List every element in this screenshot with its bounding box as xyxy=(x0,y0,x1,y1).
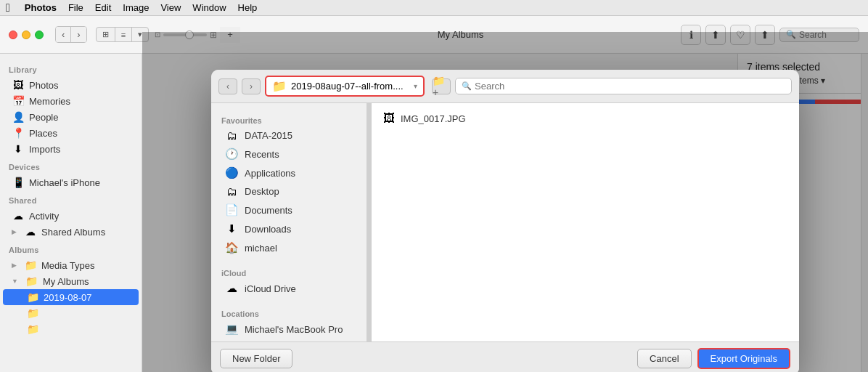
dialog-item-label: DATA-2015 xyxy=(245,130,292,141)
dialog-item-michael[interactable]: 🏠 michael xyxy=(214,238,364,257)
dialog-main-content: 🖼 IMG_0017.JPG xyxy=(372,103,799,341)
menu-help[interactable]: Help xyxy=(238,2,258,13)
data2015-icon: 🗂 xyxy=(224,129,239,142)
sidebar-item-album3[interactable]: 📁 xyxy=(3,321,139,337)
sidebar-albums-header: Albums xyxy=(0,240,142,257)
dialog-item-icloud-drive[interactable]: ☁ iCloud Drive xyxy=(214,279,364,298)
favourites-section: Favourites 🗂 DATA-2015 🕐 Recents 🔵 xyxy=(211,109,367,262)
downloads-icon: ⬇ xyxy=(224,222,239,235)
dialog-item-label: Desktop xyxy=(245,186,279,197)
dialog-item-label: Applications xyxy=(245,168,295,179)
view-list-button[interactable]: ≡ xyxy=(115,28,131,41)
sidebar-item-label: Shared Albums xyxy=(41,227,105,238)
dialog-item-label: iCloud Drive xyxy=(245,283,296,294)
menu-view[interactable]: View xyxy=(160,2,181,13)
main-window: ‹ › ⊞ ≡ ▾ ⊡ ⊞ + My Albums ℹ ⬆ ♡ ⬆ xyxy=(0,16,868,372)
forward-button[interactable]: › xyxy=(71,27,86,42)
sidebar-item-label: 2019-08-07 xyxy=(44,292,92,303)
dialog-item-recents[interactable]: 🕐 Recents xyxy=(214,145,364,163)
file-row-img0017[interactable]: 🖼 IMG_0017.JPG xyxy=(377,109,793,128)
dialog-item-data2015[interactable]: 🗂 DATA-2015 xyxy=(214,126,364,145)
locations-section: Locations 💻 Michael's MacBook Pro 💾 250G… xyxy=(211,302,367,341)
view-grid-button[interactable]: ⊞ xyxy=(97,28,115,41)
sidebar-item-memories[interactable]: 📅 Memories xyxy=(3,93,139,109)
dialog-back-button[interactable]: ‹ xyxy=(218,78,237,94)
dialog-overlay: ‹ › 📁 2019-08aug-07--all-from.... ▾ 📁+ 🔍 xyxy=(142,54,868,372)
new-folder-button[interactable]: New Folder xyxy=(220,349,292,368)
memories-icon: 📅 xyxy=(12,95,25,107)
traffic-lights xyxy=(9,31,44,39)
cancel-button[interactable]: Cancel xyxy=(637,349,691,368)
dialog-item-applications[interactable]: 🔵 Applications xyxy=(214,163,364,182)
expand-arrow-icon: ▶ xyxy=(12,228,17,235)
location-folder-icon: 📁 xyxy=(272,79,287,93)
sidebar-item-label: Memories xyxy=(29,96,70,107)
sidebar-item-people[interactable]: 👤 People xyxy=(3,109,139,125)
people-icon: 👤 xyxy=(12,111,25,123)
dialog-item-label: Michael's MacBook Pro xyxy=(245,324,343,335)
sidebar-item-media-types[interactable]: ▶ 📁 Media Types xyxy=(3,257,139,273)
dialog-sidebar: Favourites 🗂 DATA-2015 🕐 Recents 🔵 xyxy=(211,103,367,341)
sidebar-item-label: Imports xyxy=(29,144,60,155)
back-button[interactable]: ‹ xyxy=(56,27,71,42)
dialog-new-folder-icon-button[interactable]: 📁+ xyxy=(432,78,451,94)
dialog-forward-button[interactable]: › xyxy=(242,78,261,94)
sidebar-item-activity[interactable]: ☁ Activity xyxy=(3,208,139,224)
sidebar-item-label: Photos xyxy=(29,80,58,91)
close-button[interactable] xyxy=(9,31,17,39)
location-chevron-icon: ▾ xyxy=(414,82,417,90)
view-mode-buttons: ⊞ ≡ ▾ xyxy=(96,27,149,42)
macbook-icon: 💻 xyxy=(224,323,239,336)
dialog-location-bar[interactable]: 📁 2019-08aug-07--all-from.... ▾ xyxy=(265,76,425,97)
dialog-search-icon: 🔍 xyxy=(462,81,472,91)
export-dialog: ‹ › 📁 2019-08aug-07--all-from.... ▾ 📁+ 🔍 xyxy=(211,70,799,372)
menu-edit[interactable]: Edit xyxy=(95,2,111,13)
menu-file[interactable]: File xyxy=(68,2,83,13)
dialog-search-box[interactable]: 🔍 xyxy=(455,78,792,94)
places-icon: 📍 xyxy=(12,127,25,139)
icloud-drive-icon: ☁ xyxy=(224,282,239,295)
dialog-item-documents[interactable]: 📄 Documents xyxy=(214,201,364,219)
back-forward-nav: ‹ › xyxy=(55,26,87,43)
dialog-search-input[interactable] xyxy=(475,81,785,92)
sidebar-item-places[interactable]: 📍 Places xyxy=(3,125,139,141)
sidebar-item-iphone[interactable]: 📱 Michael's iPhone xyxy=(3,174,139,190)
michael-home-icon: 🏠 xyxy=(224,241,239,254)
file-image-icon: 🖼 xyxy=(383,112,395,125)
dialog-item-desktop[interactable]: 🗂 Desktop xyxy=(214,182,364,201)
sidebar-devices-header: Devices xyxy=(0,157,142,174)
dialog-item-label: Recents xyxy=(245,149,279,160)
minimize-button[interactable] xyxy=(22,31,30,39)
dialog-item-downloads[interactable]: ⬇ Downloads xyxy=(214,219,364,238)
dialog-toolbar: ‹ › 📁 2019-08aug-07--all-from.... ▾ 📁+ 🔍 xyxy=(211,70,799,103)
iphone-icon: 📱 xyxy=(12,177,25,188)
sidebar-item-album2[interactable]: 📁 xyxy=(3,305,139,321)
dialog-item-label: Downloads xyxy=(245,224,291,235)
favourites-header: Favourites xyxy=(211,113,367,126)
sidebar-item-photos[interactable]: 🖼 Photos xyxy=(3,77,139,93)
icloud-header: iCloud xyxy=(211,266,367,279)
sidebar-item-label: People xyxy=(29,112,58,123)
dialog-item-macbook[interactable]: 💻 Michael's MacBook Pro xyxy=(214,320,364,339)
apple-menu-icon[interactable]:  xyxy=(6,1,10,15)
my-albums-icon: 📁 xyxy=(25,275,38,287)
zoom-button[interactable] xyxy=(35,31,44,39)
app-name[interactable]: Photos xyxy=(25,2,57,13)
menu-window[interactable]: Window xyxy=(192,2,226,13)
expand-arrow-icon: ▶ xyxy=(12,262,17,269)
main-content: Library 🖼 Photos 📅 Memories 👤 People 📍 P… xyxy=(0,54,868,372)
dialog-body: Favourites 🗂 DATA-2015 🕐 Recents 🔵 xyxy=(211,103,799,341)
desktop-icon: 🗂 xyxy=(224,185,239,198)
sidebar-item-label: My Albums xyxy=(43,276,89,287)
dialog-item-label: michael xyxy=(245,243,277,254)
export-originals-button[interactable]: Export Originals xyxy=(697,348,790,369)
sidebar-item-2019-album[interactable]: 📁 2019-08-07 xyxy=(3,289,139,305)
menu-image[interactable]: Image xyxy=(123,2,149,13)
sidebar-item-imports[interactable]: ⬇ Imports xyxy=(3,141,139,157)
location-path-text: 2019-08aug-07--all-from.... xyxy=(291,81,409,92)
sidebar-item-my-albums[interactable]: ▼ 📁 My Albums xyxy=(3,273,139,289)
sidebar-item-shared-albums[interactable]: ▶ ☁ Shared Albums xyxy=(3,224,139,240)
photos-icon: 🖼 xyxy=(12,79,25,91)
activity-icon: ☁ xyxy=(12,210,25,222)
media-types-icon: 📁 xyxy=(24,259,37,271)
